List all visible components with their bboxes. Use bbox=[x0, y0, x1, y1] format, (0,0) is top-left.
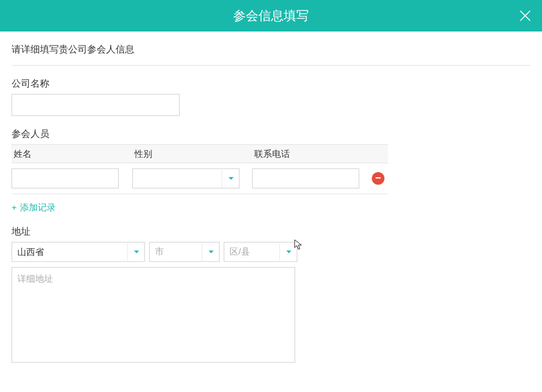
province-value[interactable] bbox=[12, 242, 145, 262]
intro-text: 请详细填写贵公司参会人信息 bbox=[12, 43, 530, 66]
add-record-label: 添加记录 bbox=[20, 202, 56, 214]
modal-title: 参会信息填写 bbox=[233, 7, 309, 24]
attendee-name-input[interactable] bbox=[12, 168, 119, 188]
city-select[interactable] bbox=[149, 242, 220, 262]
close-icon[interactable] bbox=[518, 8, 533, 23]
district-select[interactable] bbox=[224, 242, 297, 262]
address-label: 地址 bbox=[12, 225, 530, 238]
address-selects-row bbox=[12, 242, 530, 262]
column-header-gender: 性别 bbox=[132, 148, 252, 160]
column-header-phone: 联系电话 bbox=[252, 148, 372, 160]
attendees-label: 参会人员 bbox=[12, 128, 530, 140]
province-select[interactable] bbox=[12, 242, 145, 262]
modal-header: 参会信息填写 bbox=[0, 0, 542, 31]
attendee-gender-select[interactable] bbox=[132, 168, 239, 188]
city-value[interactable] bbox=[149, 242, 220, 262]
attendee-table: 姓名 性别 联系电话 bbox=[12, 144, 388, 194]
table-row bbox=[12, 163, 388, 194]
plus-icon: + bbox=[12, 203, 17, 213]
column-header-name: 姓名 bbox=[12, 148, 132, 160]
svg-rect-0 bbox=[376, 177, 381, 178]
address-field-group: 地址 bbox=[12, 225, 530, 365]
remove-row-button[interactable] bbox=[372, 172, 384, 185]
detail-address-input[interactable] bbox=[12, 267, 295, 363]
attendee-phone-input[interactable] bbox=[252, 168, 359, 188]
district-value[interactable] bbox=[224, 242, 297, 262]
attendee-table-header: 姓名 性别 联系电话 bbox=[12, 144, 388, 163]
company-input[interactable] bbox=[12, 94, 180, 116]
attendee-gender-value[interactable] bbox=[132, 168, 239, 188]
company-label: 公司名称 bbox=[12, 77, 530, 90]
minus-icon bbox=[375, 174, 381, 183]
add-record-button[interactable]: + 添加记录 bbox=[12, 202, 56, 214]
modal-content: 请详细填写贵公司参会人信息 公司名称 参会人员 姓名 性别 联系电话 bbox=[0, 31, 542, 376]
attendees-field-group: 参会人员 姓名 性别 联系电话 bbox=[12, 128, 530, 214]
company-field-group: 公司名称 bbox=[12, 77, 530, 116]
